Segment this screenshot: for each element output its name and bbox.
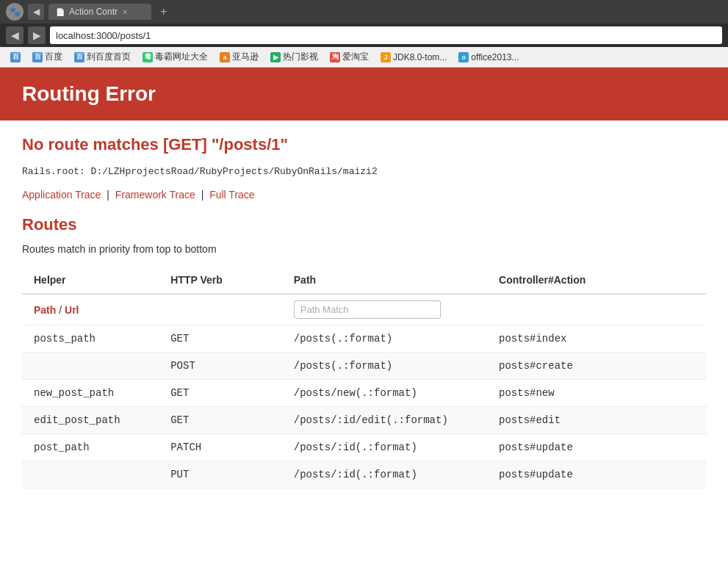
back-button[interactable]: ◀: [28, 4, 44, 20]
route-action: posts#edit: [487, 407, 706, 434]
route-action: posts#update: [487, 434, 706, 461]
browser-chrome: 🐾 ◀ 📄 Action Contr ✕ + ◀ ▶ 百 百 百度 百 到百度首…: [0, 0, 728, 68]
path-link[interactable]: Path: [34, 304, 56, 316]
bookmark-icon: J: [381, 52, 391, 62]
path-match-cell: [282, 294, 487, 325]
address-bar[interactable]: [50, 26, 722, 44]
table-row: edit_post_path GET /posts/:id/edit(.:for…: [22, 407, 706, 434]
bookmark-icon: 淘: [330, 52, 340, 62]
col-path-header: Path: [282, 267, 487, 294]
route-action: posts#index: [487, 325, 706, 353]
bookmark-hotmovie[interactable]: ▶ 热门影视: [266, 49, 322, 65]
table-row: posts_path GET /posts(.:format) posts#in…: [22, 325, 706, 353]
bookmark-office[interactable]: o office2013...: [454, 51, 523, 64]
route-verb: POST: [159, 353, 282, 380]
route-action: posts#create: [487, 353, 706, 380]
application-trace-link[interactable]: Application Trace: [22, 189, 101, 201]
tab-close-button[interactable]: ✕: [122, 8, 128, 16]
bookmark-icon: 百: [74, 52, 84, 62]
table-row: new_post_path GET /posts/new(.:format) p…: [22, 380, 706, 407]
route-verb: GET: [159, 407, 282, 434]
route-path: /posts(.:format): [282, 325, 487, 353]
error-body: No route matches [GET] "/posts/1" Rails.…: [0, 120, 728, 503]
route-helper: [22, 461, 159, 489]
routes-description: Routes match in priority from top to bot…: [22, 243, 706, 255]
col-verb-header: HTTP Verb: [159, 267, 282, 294]
route-path: /posts/:id(.:format): [282, 434, 487, 461]
path-url-separator: /: [59, 304, 65, 316]
path-url-links: Path / Url: [34, 304, 147, 316]
routes-table: Helper HTTP Verb Path Controller#Action …: [22, 267, 706, 489]
route-path: /posts/:id/edit(.:format): [282, 407, 487, 434]
route-helper: post_path: [22, 434, 159, 461]
path-url-cell: Path / Url: [22, 294, 159, 325]
path-url-verb-cell: [159, 294, 282, 325]
route-action: posts#update: [487, 461, 706, 489]
bookmark-label: 百度: [45, 51, 62, 63]
col-action-header: Controller#Action: [487, 267, 706, 294]
bookmarks-bar: 百 百 百度 百 到百度首页 毒 毒霸网址大全 a 亚马逊 ▶ 热门影视 淘 爱…: [0, 47, 728, 68]
table-row: post_path PATCH /posts/:id(.:format) pos…: [22, 434, 706, 461]
trace-links: Application Trace | Framework Trace | Fu…: [22, 189, 706, 201]
route-helper: [22, 353, 159, 380]
bookmark-jdk[interactable]: J JDK8.0-tom...: [376, 51, 451, 64]
trace-separator-1: |: [107, 189, 112, 201]
route-verb: GET: [159, 325, 282, 353]
bookmark-icon: ▶: [270, 52, 281, 62]
bookmark-label: 毒霸网址大全: [155, 51, 208, 63]
back-button[interactable]: ◀: [6, 26, 24, 44]
bookmark-label: 到百度首页: [87, 51, 131, 63]
bookmark-baidu-logo[interactable]: 百: [6, 51, 25, 64]
bookmark-icon: 百: [10, 52, 21, 62]
bookmark-icon: 毒: [143, 52, 153, 62]
error-header-banner: Routing Error: [0, 68, 728, 120]
route-verb: PATCH: [159, 434, 282, 461]
bookmark-label: office2013...: [471, 52, 519, 62]
browser-logo: 🐾: [6, 3, 24, 21]
nav-buttons: ◀: [28, 4, 44, 20]
browser-toolbar: ◀ ▶: [0, 24, 728, 47]
table-row: POST /posts(.:format) posts#create: [22, 353, 706, 380]
bookmark-icon: o: [458, 52, 469, 62]
url-link[interactable]: Url: [65, 304, 79, 316]
route-helper: posts_path: [22, 325, 159, 353]
route-path: /posts/new(.:format): [282, 380, 487, 407]
new-tab-button[interactable]: +: [156, 5, 171, 18]
routes-heading: Routes: [22, 215, 706, 234]
table-header-row: Helper HTTP Verb Path Controller#Action: [22, 267, 706, 294]
route-helper: new_post_path: [22, 380, 159, 407]
col-helper-header: Helper: [22, 267, 159, 294]
bookmark-baidu[interactable]: 百 百度: [28, 49, 67, 65]
rails-root: Rails.root: D:/LZHprojectsRoad/RubyProje…: [22, 166, 706, 177]
bookmark-baidu-home[interactable]: 百 到百度首页: [70, 49, 135, 65]
page-content: Routing Error No route matches [GET] "/p…: [0, 68, 728, 503]
table-row: PUT /posts/:id(.:format) posts#update: [22, 461, 706, 489]
framework-trace-link[interactable]: Framework Trace: [115, 189, 195, 201]
error-title: No route matches [GET] "/posts/1": [22, 135, 706, 154]
route-path: /posts(.:format): [282, 353, 487, 380]
route-verb: GET: [159, 380, 282, 407]
title-bar: 🐾 ◀ 📄 Action Contr ✕ +: [0, 0, 728, 24]
forward-button[interactable]: ▶: [28, 26, 46, 44]
bookmark-icon: a: [220, 52, 230, 62]
bookmark-duba[interactable]: 毒 毒霸网址大全: [138, 49, 212, 65]
trace-separator-2: |: [201, 189, 207, 201]
bookmark-label: 亚马逊: [232, 51, 259, 63]
path-url-action-cell: [487, 294, 706, 325]
tab-label: Action Contr: [69, 7, 118, 17]
bookmark-label: 爱淘宝: [342, 51, 369, 63]
error-header-title: Routing Error: [22, 82, 706, 106]
bookmark-label: JDK8.0-tom...: [393, 52, 447, 62]
path-url-filter-row: Path / Url: [22, 294, 706, 325]
route-verb: PUT: [159, 461, 282, 489]
bookmark-label: 热门影视: [283, 51, 318, 63]
bookmark-taobao[interactable]: 淘 爱淘宝: [325, 49, 373, 65]
route-path: /posts/:id(.:format): [282, 461, 487, 489]
bookmark-icon: 百: [32, 52, 43, 62]
full-trace-link[interactable]: Full Trace: [209, 189, 254, 201]
route-helper: edit_post_path: [22, 407, 159, 434]
active-tab[interactable]: 📄 Action Contr ✕: [48, 4, 151, 20]
route-action: posts#new: [487, 380, 706, 407]
bookmark-amazon[interactable]: a 亚马逊: [215, 49, 263, 65]
path-match-input[interactable]: [294, 300, 441, 319]
